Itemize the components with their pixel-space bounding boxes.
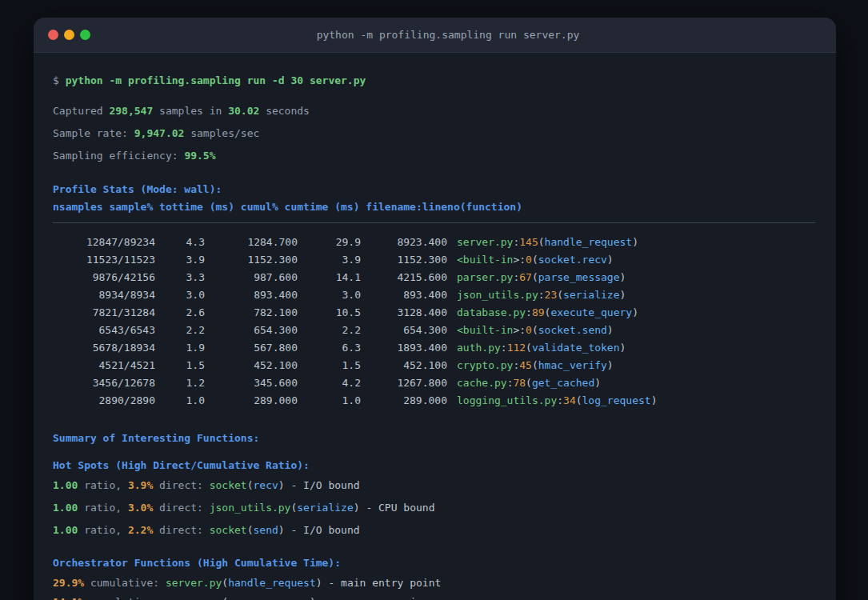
function-cell: database.py:89(execute_query) [457, 304, 638, 322]
titlebar[interactable]: python -m profiling.sampling run server.… [34, 18, 836, 53]
text-run: Sampling efficiency: [53, 150, 184, 162]
separator: : [526, 306, 532, 318]
close-paren: ) [607, 324, 614, 336]
text-run: 298,547 [109, 105, 153, 117]
tottime-cell: 345.600 [205, 374, 298, 392]
text-run: ) [316, 577, 322, 589]
nsamples-cell: 4521/4521 [53, 357, 155, 374]
close-paren: ) [607, 254, 614, 266]
cumtime-cell: 8923.400 [361, 234, 447, 251]
cumtime-cell: 452.100 [361, 357, 447, 374]
line-number: 0 [526, 254, 532, 266]
text-run: 1.00 [53, 524, 78, 536]
function-name: validate_token [532, 342, 620, 354]
text-run: handle_request [228, 577, 316, 589]
summary-line: 1.00 ratio, 3.9% direct: socket(recv) - … [53, 477, 815, 494]
table-row: 3456/126781.2345.6004.21267.800cache.py:… [53, 374, 815, 392]
file-name: <built-in [457, 254, 513, 266]
text-run: ) [278, 524, 285, 536]
tottime-cell: 654.300 [205, 322, 298, 339]
file-name: server.py [457, 236, 513, 248]
maximize-button[interactable] [80, 30, 90, 40]
traffic-lights [48, 30, 90, 40]
file-name: <built-in [457, 324, 513, 336]
summary-line: 14.1% cumulative: parser.py(parse_messag… [53, 594, 815, 600]
tottime-cell: 289.000 [205, 392, 298, 410]
cumtime-cell: 3128.400 [361, 304, 447, 322]
cumtime-cell: 654.300 [361, 322, 447, 339]
function-name: parse_message [538, 271, 620, 283]
text-run: 9,947.02 [134, 127, 185, 139]
close-paren: ) [632, 306, 638, 318]
text-run: ) [278, 479, 285, 491]
text-run: - CPU bound [360, 502, 435, 514]
line-number: 78 [513, 377, 526, 389]
close-paren: ) [607, 359, 614, 371]
nsamples-cell: 6543/6543 [53, 322, 155, 339]
sample-pct-cell: 3.3 [155, 269, 205, 286]
separator: : [501, 342, 507, 354]
sample-pct-cell: 1.9 [155, 339, 205, 357]
text-run: ( [247, 524, 254, 536]
text-run: cumulative: [84, 577, 166, 589]
cumtime-cell: 1893.400 [361, 339, 447, 357]
function-name: log_request [582, 394, 651, 406]
line-number: 23 [545, 289, 558, 301]
text-run: 14.1% [53, 596, 84, 600]
minimize-button[interactable] [64, 30, 74, 40]
open-paren: ( [532, 271, 538, 283]
orchestrator-title: Orchestrator Functions (High Cumulative … [53, 554, 815, 572]
table-row: 6543/65432.2654.3002.2654.300<built-in>:… [53, 322, 815, 339]
text-run: ( [247, 479, 254, 491]
sample-pct-cell: 1.0 [155, 392, 205, 410]
tottime-cell: 1152.300 [205, 251, 298, 269]
table-row: 7821/312842.6782.10010.53128.400database… [53, 304, 815, 322]
cumul-pct-cell: 6.3 [298, 339, 361, 357]
open-paren: ( [532, 254, 538, 266]
tottime-cell: 987.600 [205, 269, 298, 286]
text-run: 2.2% [128, 524, 153, 536]
nsamples-cell: 9876/42156 [53, 269, 155, 286]
nsamples-cell: 7821/31284 [53, 304, 155, 322]
cumul-pct-cell: 14.1 [298, 269, 361, 286]
function-cell: <built-in>:0(socket.send) [457, 322, 614, 339]
text-run: 30.02 [228, 105, 259, 117]
text-run: ) [354, 502, 360, 514]
close-paren: ) [594, 377, 601, 389]
terminal-output: $ python -m profiling.sampling run -d 30… [34, 53, 836, 600]
text-run: socket [210, 479, 247, 491]
text-run: cumulative: [84, 596, 166, 600]
command-line: $ python -m profiling.sampling run -d 30… [53, 72, 815, 90]
file-name: auth.py [457, 342, 501, 354]
function-cell: json_utils.py:23(serialize) [457, 286, 626, 304]
text-run: 1.00 [53, 502, 78, 514]
text-run: ) [310, 596, 316, 600]
nsamples-cell: 3456/12678 [53, 374, 155, 392]
tottime-cell: 567.800 [205, 339, 298, 357]
separator: >: [513, 254, 526, 266]
text-run: Captured [53, 105, 109, 117]
summary-title: Summary of Interesting Functions: [53, 430, 815, 447]
text-run: recv [254, 479, 278, 491]
text-run: 29.9% [53, 577, 84, 589]
close-button[interactable] [48, 30, 58, 40]
cumtime-cell: 289.000 [361, 392, 447, 410]
line-number: 89 [532, 306, 545, 318]
line-number: 0 [526, 324, 532, 336]
function-name: serialize [563, 289, 619, 301]
sample-pct-cell: 4.3 [155, 234, 205, 251]
text-run: ratio, [78, 524, 128, 536]
hotspot-lines: 1.00 ratio, 3.9% direct: socket(recv) - … [53, 477, 815, 539]
text-run: send [254, 524, 278, 536]
separator: : [538, 289, 545, 301]
window-title: python -m profiling.sampling run server.… [90, 29, 806, 41]
nsamples-cell: 2890/2890 [53, 392, 155, 410]
function-name: execute_query [550, 306, 632, 318]
cumtime-cell: 893.400 [361, 286, 447, 304]
text-run: json_utils.py [210, 502, 291, 514]
tottime-cell: 893.400 [205, 286, 298, 304]
table-row: 5678/189341.9567.8006.31893.400auth.py:1… [53, 339, 815, 357]
open-paren: ( [526, 377, 532, 389]
cumul-pct-cell: 1.0 [298, 392, 361, 410]
cumul-pct-cell: 3.9 [298, 251, 361, 269]
